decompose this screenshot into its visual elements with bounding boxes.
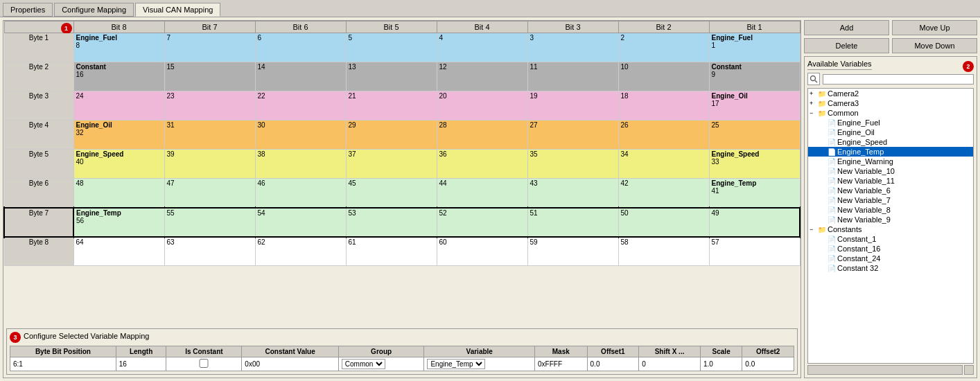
tree-item-new-var-9[interactable]: 📄 New Variable_9 xyxy=(808,215,973,224)
cell-r3-c3[interactable]: 29 xyxy=(346,121,437,150)
expand-icon[interactable]: + xyxy=(810,100,816,107)
cell-r1-c1[interactable]: 15 xyxy=(164,62,255,91)
tree-item-common[interactable]: −📁 Common xyxy=(808,108,973,118)
cell-r3-c1[interactable]: 31 xyxy=(164,121,255,150)
cell-r7-c2[interactable]: 62 xyxy=(255,237,346,266)
cell-r6-c0[interactable]: Engine_Temp56 xyxy=(73,208,164,237)
cell-r4-c5[interactable]: 35 xyxy=(527,150,618,179)
cell-r7-c4[interactable]: 60 xyxy=(437,237,527,266)
cell-r6-c6[interactable]: 50 xyxy=(618,208,709,237)
mapping-row-byte3[interactable]: Byte 324232221201918Engine_Oil17 xyxy=(4,91,800,121)
tree-item-constant-1[interactable]: 📄 Constant_1 xyxy=(808,234,973,244)
tab-visual-can-mapping[interactable]: Visual CAN Mapping xyxy=(135,3,220,17)
cell-r0-c5[interactable]: 3 xyxy=(527,33,618,62)
mapping-row-byte2[interactable]: Byte 2Constant16151413121110Constant9 xyxy=(4,62,800,91)
cell-r5-c2[interactable]: 46 xyxy=(255,179,346,208)
tab-properties[interactable]: Properties xyxy=(3,3,53,17)
cell-r2-c3[interactable]: 21 xyxy=(346,91,437,121)
tree-item-new-var-10[interactable]: 📄 New Variable_10 xyxy=(808,166,973,176)
cell-r0-c6[interactable]: 2 xyxy=(618,33,709,62)
cell-r4-c7[interactable]: Engine_Speed33 xyxy=(709,150,800,179)
add-button[interactable]: Add xyxy=(804,20,889,35)
cell-r3-c6[interactable]: 26 xyxy=(618,121,709,150)
cell-r1-c3[interactable]: 13 xyxy=(346,62,437,91)
cell-r2-c6[interactable]: 18 xyxy=(618,91,709,121)
cell-r4-c1[interactable]: 39 xyxy=(164,150,255,179)
tree-item-engine-temp[interactable]: 📄 Engine_Temp xyxy=(808,147,973,157)
mapping-row-byte1[interactable]: Byte 1Engine_Fuel8765432Engine_Fuel1 xyxy=(4,33,800,62)
tree-item-constant-32[interactable]: 📄 Constant 32 xyxy=(808,263,973,273)
group-select[interactable]: Common xyxy=(342,359,385,369)
cell-r7-c7[interactable]: 57 xyxy=(709,237,800,266)
cell-r5-c4[interactable]: 44 xyxy=(437,179,527,208)
mapping-row-byte5[interactable]: Byte 5Engine_Speed40393837363534Engine_S… xyxy=(4,150,800,179)
cell-r5-c6[interactable]: 42 xyxy=(618,179,709,208)
tree-item-constant-16[interactable]: 📄 Constant_16 xyxy=(808,244,973,254)
cell-r3-c7[interactable]: 25 xyxy=(709,121,800,150)
cell-r1-c0[interactable]: Constant16 xyxy=(73,62,164,91)
cell-r3-c0[interactable]: Engine_Oil32 xyxy=(73,121,164,150)
tree-item-new-var-6[interactable]: 📄 New Variable_6 xyxy=(808,186,973,195)
is-constant-checkbox[interactable] xyxy=(169,359,238,368)
mapping-row-byte6[interactable]: Byte 648474645444342Engine_Temp41 xyxy=(4,179,800,208)
cell-r0-c1[interactable]: 7 xyxy=(164,33,255,62)
cell-r1-c2[interactable]: 14 xyxy=(255,62,346,91)
search-input[interactable] xyxy=(823,74,974,85)
cell-r7-c5[interactable]: 59 xyxy=(527,237,618,266)
cell-r3-c4[interactable]: 28 xyxy=(437,121,527,150)
cell-r7-c1[interactable]: 63 xyxy=(164,237,255,266)
cell-r5-c3[interactable]: 45 xyxy=(346,179,437,208)
move-up-button[interactable]: Move Up xyxy=(892,20,977,35)
cell-r6-c7[interactable]: 49 xyxy=(709,208,800,237)
cell-r1-c6[interactable]: 10 xyxy=(618,62,709,91)
move-down-button[interactable]: Move Down xyxy=(892,38,977,53)
cell-r2-c4[interactable]: 20 xyxy=(437,91,527,121)
variable-select[interactable]: Engine_Temp xyxy=(427,359,485,369)
cell-r7-c6[interactable]: 58 xyxy=(618,237,709,266)
cell-r0-c3[interactable]: 5 xyxy=(346,33,437,62)
tab-configure-mapping[interactable]: Configure Mapping xyxy=(54,3,134,17)
cell-r6-c5[interactable]: 51 xyxy=(527,208,618,237)
cell-r0-c2[interactable]: 6 xyxy=(255,33,346,62)
cell-r7-c3[interactable]: 61 xyxy=(346,237,437,266)
collapse-icon[interactable]: − xyxy=(810,109,816,116)
cell-r3-c5[interactable]: 27 xyxy=(527,121,618,150)
cell-r5-c1[interactable]: 47 xyxy=(164,179,255,208)
cell-r5-c0[interactable]: 48 xyxy=(73,179,164,208)
tree-item-new-var-8[interactable]: 📄 New Variable_8 xyxy=(808,205,973,215)
cell-r0-c7[interactable]: Engine_Fuel1 xyxy=(709,33,800,62)
cell-r5-c5[interactable]: 43 xyxy=(527,179,618,208)
tree-item-camera3[interactable]: +📁 Camera3 xyxy=(808,98,973,108)
tree-container[interactable]: +📁 Camera2+📁 Camera3−📁 Common 📄 Engine_F… xyxy=(807,88,974,364)
cell-r2-c0[interactable]: 24 xyxy=(73,91,164,121)
cell-r2-c5[interactable]: 19 xyxy=(527,91,618,121)
cell-r3-c2[interactable]: 30 xyxy=(255,121,346,150)
mapping-row-byte7[interactable]: Byte 7Engine_Temp5655545352515049 xyxy=(4,208,800,237)
tree-item-engine-oil[interactable]: 📄 Engine_Oil xyxy=(808,127,973,137)
cell-r6-c3[interactable]: 53 xyxy=(346,208,437,237)
collapse-icon[interactable]: − xyxy=(810,226,816,233)
tree-item-camera2[interactable]: +📁 Camera2 xyxy=(808,89,973,98)
mapping-row-byte4[interactable]: Byte 4Engine_Oil3231302928272625 xyxy=(4,121,800,150)
cell-r5-c7[interactable]: Engine_Temp41 xyxy=(709,179,800,208)
tree-item-new-var-7[interactable]: 📄 New Variable_7 xyxy=(808,195,973,205)
cell-r0-c4[interactable]: 4 xyxy=(437,33,527,62)
tree-item-constants[interactable]: −📁 Constants xyxy=(808,224,973,234)
delete-button[interactable]: Delete xyxy=(804,38,889,53)
cell-r2-c2[interactable]: 22 xyxy=(255,91,346,121)
tree-item-engine-speed[interactable]: 📄 Engine_Speed xyxy=(808,137,973,147)
tree-item-new-var-11[interactable]: 📄 New Variable_11 xyxy=(808,176,973,186)
cell-r1-c5[interactable]: 11 xyxy=(527,62,618,91)
tree-item-engine-warning[interactable]: 📄 Engine_Warning xyxy=(808,157,973,166)
cell-r4-c0[interactable]: Engine_Speed40 xyxy=(73,150,164,179)
cell-r2-c1[interactable]: 23 xyxy=(164,91,255,121)
conf-group[interactable]: Common xyxy=(338,357,424,371)
tree-item-engine-fuel[interactable]: 📄 Engine_Fuel xyxy=(808,118,973,127)
cell-r0-c0[interactable]: Engine_Fuel8 xyxy=(73,33,164,62)
cell-r4-c6[interactable]: 34 xyxy=(618,150,709,179)
expand-icon[interactable]: + xyxy=(810,90,816,97)
cell-r7-c0[interactable]: 64 xyxy=(73,237,164,266)
cell-r4-c3[interactable]: 37 xyxy=(346,150,437,179)
cell-r6-c1[interactable]: 55 xyxy=(164,208,255,237)
cell-r1-c4[interactable]: 12 xyxy=(437,62,527,91)
